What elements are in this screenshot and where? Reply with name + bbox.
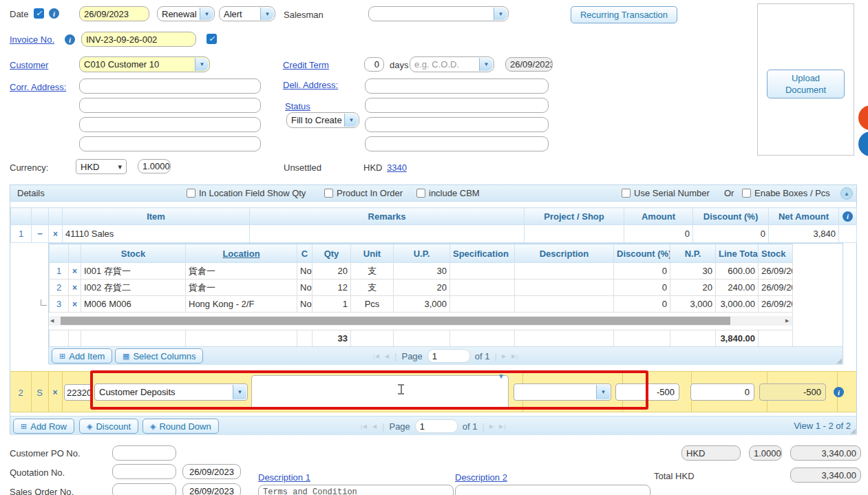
invoice-no-input[interactable]: INV-23-09-26-002 — [81, 32, 196, 47]
page-prev-icon[interactable]: ◀ — [385, 353, 390, 359]
stock-cell[interactable]: M006 M006 — [81, 296, 186, 313]
remarks-cell[interactable] — [250, 225, 525, 243]
chevron-down-icon[interactable]: ▼ — [260, 8, 274, 20]
c-cell[interactable]: No — [297, 296, 313, 313]
spec-cell[interactable] — [450, 280, 515, 296]
customer-po-input[interactable] — [112, 445, 176, 461]
corr-address-link[interactable]: Corr. Address: — [10, 82, 66, 92]
customer-dropdown[interactable]: C010 Customer 10▼ — [79, 56, 210, 72]
resize-handle-icon[interactable]: ◢ — [850, 428, 856, 434]
desc-cell[interactable] — [515, 280, 614, 296]
up-cell[interactable]: 3,000 — [394, 296, 450, 313]
net-amount-info-icon[interactable]: i — [843, 211, 853, 222]
item-cell[interactable]: 41110 Sales — [63, 225, 250, 243]
upload-document-button[interactable]: UploadDocument — [767, 70, 845, 98]
include-cbm-checkbox[interactable] — [416, 189, 425, 198]
alert-dropdown[interactable]: Alert▼ — [219, 6, 275, 21]
floating-action-blue-icon[interactable] — [858, 131, 868, 156]
project-shop-dropdown[interactable]: ▼ — [514, 383, 611, 401]
description1-textarea[interactable]: Terms and Condition — [258, 485, 454, 495]
page-input[interactable]: 1 — [427, 349, 470, 363]
chevron-down-icon[interactable]: ▼ — [479, 58, 493, 71]
collapse-row-icon[interactable]: − — [32, 225, 49, 243]
resize-handle-icon[interactable]: ◢ — [836, 357, 842, 364]
up-cell[interactable]: 30 — [394, 263, 450, 280]
credit-days-input[interactable]: 0 — [364, 57, 384, 72]
deli-address-link[interactable]: Deli. Address: — [283, 80, 338, 90]
sales-order-date-field[interactable]: 26/09/2023 — [182, 483, 241, 495]
renewal-dropdown[interactable]: Renewal▼ — [157, 6, 215, 21]
credit-type-dropdown[interactable]: e.g. C.O.D.▼ — [410, 56, 494, 72]
deli-address-input-1[interactable] — [365, 78, 549, 94]
credit-term-link[interactable]: Credit Term — [283, 60, 329, 70]
chevron-down-icon[interactable]: ▼ — [200, 8, 213, 20]
customer-link[interactable]: Customer — [10, 60, 48, 70]
currency-select[interactable]: HKD▾ — [76, 159, 127, 174]
deli-address-input-4[interactable] — [365, 136, 549, 151]
c-cell[interactable]: No — [297, 280, 313, 296]
page-input[interactable]: 1 — [415, 419, 458, 433]
quotation-date-field[interactable]: 26/09/2023 — [182, 464, 241, 479]
description1-link[interactable]: Description 1 — [258, 472, 310, 483]
account-dropdown[interactable]: Customer Deposits▼ — [94, 383, 248, 401]
chevron-down-icon[interactable]: ▼ — [195, 58, 209, 71]
discount-button[interactable]: ◈Discount — [79, 419, 138, 434]
date-input[interactable]: 26/09/2023 — [79, 6, 149, 21]
corr-address-input-2[interactable] — [79, 98, 261, 113]
row-info-icon[interactable]: i — [834, 387, 844, 397]
deli-address-input-2[interactable] — [365, 98, 549, 113]
corr-address-input-3[interactable] — [79, 117, 261, 132]
up-cell[interactable]: 20 — [394, 280, 450, 296]
stock-cell[interactable]: I002 存貨二 — [81, 280, 186, 296]
account-code-input[interactable]: 22320 — [64, 384, 93, 401]
unit-cell[interactable]: Pcs — [351, 296, 394, 313]
status-link[interactable]: Status — [285, 101, 310, 112]
round-down-button[interactable]: ◈Round Down — [142, 419, 219, 434]
amount-input[interactable]: -500 — [615, 383, 679, 401]
exchange-rate-input[interactable]: 1.0000 — [138, 159, 171, 173]
subgrid-hscrollbar[interactable]: ◀ ▶ — [49, 316, 792, 326]
invoice-no-link[interactable]: Invoice No. — [10, 34, 54, 45]
discount-cell[interactable]: 0 — [614, 263, 670, 280]
unsettled-amount-link[interactable]: 3340 — [387, 162, 407, 173]
delete-row-icon[interactable]: × — [69, 296, 81, 313]
delete-row-icon[interactable]: × — [49, 225, 63, 243]
location-cell[interactable]: Hong Kong - 2/F — [186, 296, 297, 313]
recurring-transaction-button[interactable]: Recurring Transaction — [571, 6, 677, 23]
description2-textarea[interactable] — [455, 485, 650, 495]
page-next-icon[interactable]: ▶ — [502, 353, 507, 359]
date-checkbox[interactable]: ✓ — [34, 8, 44, 19]
remarks-textarea[interactable] — [251, 375, 509, 410]
np-cell[interactable]: 20 — [670, 280, 716, 296]
desc-cell[interactable] — [515, 296, 614, 313]
status-dropdown[interactable]: Fill to Create▼ — [286, 112, 359, 128]
remarks-dropdown-icon[interactable]: ▼ — [498, 372, 505, 380]
use-serial-number-checkbox[interactable] — [622, 189, 631, 198]
panel-collapse-icon[interactable]: ▲ — [840, 187, 853, 200]
discount-input[interactable]: 0 — [690, 383, 754, 401]
qty-cell[interactable]: 20 — [313, 263, 351, 280]
delete-row-icon[interactable]: × — [48, 372, 62, 413]
net-amount-cell[interactable]: 3,840 — [769, 225, 839, 243]
spec-cell[interactable] — [450, 296, 515, 313]
qty-cell[interactable]: 12 — [313, 280, 351, 296]
chevron-down-icon[interactable]: ▼ — [494, 8, 507, 20]
stock-cell[interactable]: I001 存貨一 — [81, 263, 186, 280]
page-next-icon[interactable]: ▶ — [489, 423, 494, 430]
page-first-icon[interactable]: |◀ — [373, 353, 380, 359]
scrollbar-thumb[interactable] — [61, 317, 730, 325]
qty-cell[interactable]: 1 — [313, 296, 351, 313]
product-in-order-checkbox[interactable] — [324, 189, 333, 198]
sales-order-no-input[interactable] — [112, 483, 176, 495]
col-location[interactable]: Location — [186, 244, 297, 263]
location-cell[interactable]: 貨倉一 — [186, 280, 297, 296]
add-item-button[interactable]: ⊞Add Item — [52, 348, 112, 364]
project-cell[interactable] — [525, 225, 624, 243]
page-last-icon[interactable]: ▶| — [499, 423, 506, 430]
floating-action-red-icon[interactable] — [858, 105, 868, 130]
deli-address-input-3[interactable] — [365, 117, 549, 132]
page-prev-icon[interactable]: ◀ — [372, 423, 377, 430]
spec-cell[interactable] — [450, 263, 515, 280]
chevron-down-icon[interactable]: ▼ — [596, 385, 610, 399]
desc-cell[interactable] — [515, 263, 614, 280]
